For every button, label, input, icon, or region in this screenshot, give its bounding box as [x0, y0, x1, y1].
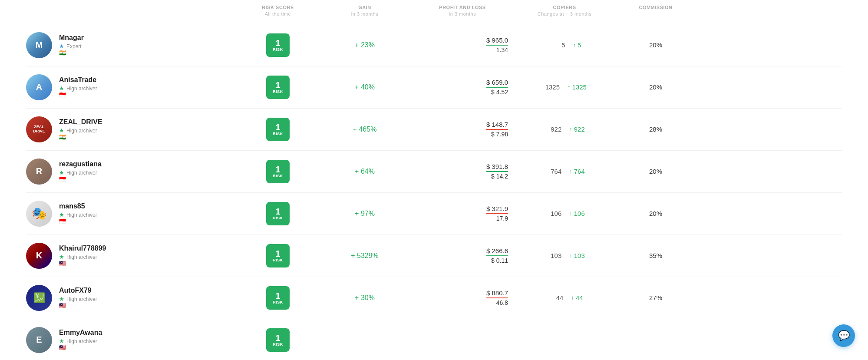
- trader-info: A AnisaTrade ★ High archiver 🇮🇩: [26, 74, 234, 100]
- avatar: K: [26, 243, 52, 269]
- risk-number: 1: [275, 207, 280, 216]
- col-header-pnl: PROFIT AND LOSS in 3 months: [408, 4, 517, 18]
- gain-cell: + 5329%: [321, 252, 408, 260]
- risk-label: RISK: [273, 258, 283, 262]
- commission-value: 28%: [649, 126, 662, 133]
- commission-value: 20%: [649, 41, 662, 49]
- trader-name: ZEAL_DRIVE: [59, 118, 102, 126]
- copiers-change-value: 106: [574, 210, 585, 217]
- risk-number: 1: [275, 81, 280, 89]
- col-header-copiers: COPIERS Changes at + 3 months: [517, 4, 612, 18]
- table-row[interactable]: ZEALDRIVE ZEAL_DRIVE ★ High archiver 🇮🇳 …: [26, 109, 842, 151]
- risk-badge: 1 RISK: [266, 118, 290, 141]
- avatar: A: [26, 74, 52, 100]
- copiers-count: 1325: [542, 83, 560, 91]
- risk-cell: 1 RISK: [234, 328, 321, 352]
- col-header-commission: COMMISSION: [612, 4, 699, 18]
- badge-label: High archiver: [66, 338, 97, 344]
- copiers-change-value: 922: [574, 126, 585, 133]
- risk-number: 1: [275, 123, 280, 132]
- copiers-count: 764: [544, 168, 561, 175]
- trader-flag: 🇲🇾: [59, 260, 106, 267]
- pnl-cell: $ 148.7 $ 7.98: [408, 121, 517, 138]
- badge-star: ★: [59, 254, 64, 260]
- risk-badge: 1 RISK: [266, 328, 290, 352]
- trader-name: AutoFX79: [59, 287, 97, 294]
- trader-name: AnisaTrade: [59, 76, 97, 84]
- badge-label: High archiver: [66, 296, 97, 302]
- badge-star: ★: [59, 43, 64, 50]
- pnl-main: $ 659.0: [486, 79, 508, 88]
- pnl-cell: $ 321.9 17.9: [408, 205, 517, 222]
- arrow-up-icon: ↑: [571, 294, 574, 301]
- risk-label: RISK: [273, 90, 283, 94]
- arrow-up-icon: ↑: [569, 210, 572, 217]
- copiers-cell: 1325 ↑ 1325: [517, 83, 612, 91]
- badge-star: ★: [59, 169, 64, 176]
- commission-value: 20%: [649, 168, 662, 175]
- table-row[interactable]: K Khairul778899 ★ High archiver 🇲🇾 1 RIS…: [26, 235, 842, 277]
- pnl-cell: $ 880.7 46.8: [408, 289, 517, 306]
- risk-label: RISK: [273, 132, 283, 136]
- copiers-change: ↑ 764: [569, 168, 585, 175]
- rows-container: M Mnagar ★ Expert 🇮🇳 1 RISK + 23% $ 965.…: [26, 24, 842, 360]
- avatar: 💹: [26, 285, 52, 311]
- badge-star: ★: [59, 85, 64, 92]
- trader-details: Khairul778899 ★ High archiver 🇲🇾: [59, 244, 106, 267]
- table-row[interactable]: M Mnagar ★ Expert 🇮🇳 1 RISK + 23% $ 965.…: [26, 24, 842, 66]
- risk-badge: 1 RISK: [266, 33, 290, 57]
- copiers-change: ↑ 922: [569, 126, 585, 133]
- commission-cell: 20%: [612, 83, 699, 91]
- table-row[interactable]: 🎭 mans85 ★ High archiver 🇮🇩 1 RISK + 97%: [26, 193, 842, 235]
- trader-details: Mnagar ★ Expert 🇮🇳: [59, 34, 84, 56]
- trader-details: AnisaTrade ★ High archiver 🇮🇩: [59, 76, 97, 98]
- copiers-change-value: 1325: [572, 83, 587, 91]
- pnl-cell: $ 266.6 $ 0.11: [408, 247, 517, 264]
- table-row[interactable]: A AnisaTrade ★ High archiver 🇮🇩 1 RISK +…: [26, 66, 842, 109]
- risk-label: RISK: [273, 301, 283, 304]
- commission-cell: 20%: [612, 210, 699, 217]
- trader-badge: ★ High archiver: [59, 85, 97, 92]
- copiers-cell: 103 ↑ 103: [517, 252, 612, 259]
- badge-label: High archiver: [66, 212, 97, 218]
- avatar: M: [26, 32, 52, 58]
- trader-flag: 🇲🇾: [59, 302, 97, 309]
- risk-cell: 1 RISK: [234, 33, 321, 57]
- trader-badge: ★ High archiver: [59, 296, 97, 302]
- copiers-change: ↑ 5: [573, 41, 581, 49]
- risk-badge: 1 RISK: [266, 202, 290, 225]
- pnl-secondary: 17.9: [496, 215, 508, 222]
- arrow-up-icon: ↑: [569, 168, 572, 175]
- commission-value: 20%: [649, 83, 662, 91]
- badge-star: ★: [59, 296, 64, 302]
- risk-badge: 1 RISK: [266, 244, 290, 268]
- trader-badge: ★ High archiver: [59, 127, 102, 134]
- badge-label: High archiver: [66, 254, 97, 260]
- table-row[interactable]: E EmmyAwana ★ High archiver 🇲🇾 1 RISK: [26, 319, 842, 360]
- chat-button[interactable]: 💬: [832, 324, 855, 347]
- pnl-main: $ 266.6: [486, 247, 508, 256]
- table-row[interactable]: 💹 AutoFX79 ★ High archiver 🇲🇾 1 RISK + 3…: [26, 277, 842, 319]
- trader-info: M Mnagar ★ Expert 🇮🇳: [26, 32, 234, 58]
- copiers-change-value: 44: [576, 294, 583, 301]
- trader-flag: 🇮🇩: [59, 218, 97, 225]
- trader-name: EmmyAwana: [59, 329, 102, 337]
- badge-label: Expert: [66, 43, 82, 50]
- badge-star: ★: [59, 338, 64, 344]
- chat-icon: 💬: [838, 330, 850, 341]
- copiers-cell: 764 ↑ 764: [517, 168, 612, 175]
- commission-cell: 28%: [612, 126, 699, 133]
- col-header-risk: RISK SCORE All the time: [234, 4, 321, 18]
- copiers-count: 106: [544, 210, 561, 217]
- commission-value: 20%: [649, 210, 662, 217]
- badge-star: ★: [59, 211, 64, 218]
- gain-cell: + 97%: [321, 210, 408, 218]
- trader-badge: ★ Expert: [59, 43, 84, 50]
- commission-cell: 27%: [612, 294, 699, 301]
- table-row[interactable]: R rezagustiana ★ High archiver 🇮🇩 1 RISK…: [26, 151, 842, 193]
- copiers-change-value: 103: [574, 252, 585, 259]
- pnl-secondary: 1.34: [496, 46, 508, 53]
- commission-value: 35%: [649, 252, 662, 259]
- risk-badge: 1 RISK: [266, 286, 290, 310]
- risk-label: RISK: [273, 343, 283, 347]
